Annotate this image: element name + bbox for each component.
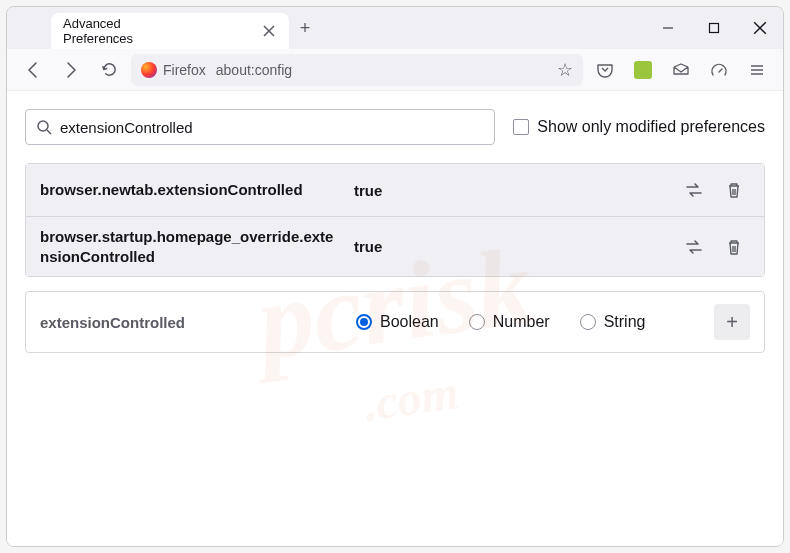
svg-rect-0 xyxy=(710,24,719,33)
pref-name: browser.newtab.extensionControlled xyxy=(40,180,340,200)
new-pref-name: extensionControlled xyxy=(40,314,340,331)
preferences-table: browser.newtab.extensionControlled true … xyxy=(25,163,765,277)
forward-button[interactable] xyxy=(55,54,87,86)
delete-button[interactable] xyxy=(718,231,750,263)
pref-actions xyxy=(678,174,750,206)
extension-icon[interactable] xyxy=(627,54,659,86)
new-pref-row: extensionControlled Boolean Number Strin… xyxy=(25,291,765,353)
pref-actions xyxy=(678,231,750,263)
radio-string[interactable]: String xyxy=(580,313,646,331)
window-controls xyxy=(645,7,783,49)
close-window-button[interactable] xyxy=(737,7,783,49)
pocket-icon[interactable] xyxy=(589,54,621,86)
show-modified-checkbox-label[interactable]: Show only modified preferences xyxy=(513,118,765,136)
radio-number[interactable]: Number xyxy=(469,313,550,331)
inbox-icon[interactable] xyxy=(665,54,697,86)
firefox-logo-icon xyxy=(141,62,157,78)
show-modified-checkbox[interactable] xyxy=(513,119,529,135)
search-row: Show only modified preferences xyxy=(25,109,765,145)
delete-button[interactable] xyxy=(718,174,750,206)
identity-box[interactable]: Firefox xyxy=(141,62,206,78)
minimize-button[interactable] xyxy=(645,7,691,49)
preference-search-box[interactable] xyxy=(25,109,495,145)
dashboard-icon[interactable] xyxy=(703,54,735,86)
preference-search-input[interactable] xyxy=(60,119,484,136)
checkbox-text: Show only modified preferences xyxy=(537,118,765,136)
pref-row: browser.newtab.extensionControlled true xyxy=(26,164,764,216)
tab-title: Advanced Preferences xyxy=(63,16,191,46)
new-tab-button[interactable]: + xyxy=(289,15,321,41)
toggle-button[interactable] xyxy=(678,174,710,206)
pref-value: true xyxy=(354,182,664,199)
type-radio-group: Boolean Number String xyxy=(356,313,698,331)
maximize-button[interactable] xyxy=(691,7,737,49)
tab-close-button[interactable] xyxy=(261,23,277,39)
pref-row: browser.startup.homepage_override.extens… xyxy=(26,216,764,276)
pref-name: browser.startup.homepage_override.extens… xyxy=(40,227,340,266)
navigation-toolbar: Firefox about:config ☆ xyxy=(7,49,783,91)
radio-boolean[interactable]: Boolean xyxy=(356,313,439,331)
bookmark-star-icon[interactable]: ☆ xyxy=(557,59,573,81)
url-text: about:config xyxy=(216,62,292,78)
radio-icon xyxy=(469,314,485,330)
reload-button[interactable] xyxy=(93,54,125,86)
search-icon xyxy=(36,119,52,135)
pref-value: true xyxy=(354,238,664,255)
svg-point-1 xyxy=(38,121,48,131)
radio-icon xyxy=(356,314,372,330)
browser-window: Advanced Preferences + Firefox about:con… xyxy=(6,6,784,547)
page-content: Show only modified preferences browser.n… xyxy=(7,91,783,546)
radio-icon xyxy=(580,314,596,330)
back-button[interactable] xyxy=(17,54,49,86)
toggle-button[interactable] xyxy=(678,231,710,263)
add-pref-button[interactable]: + xyxy=(714,304,750,340)
titlebar: Advanced Preferences + xyxy=(7,7,783,49)
url-bar[interactable]: Firefox about:config ☆ xyxy=(131,54,583,86)
identity-label: Firefox xyxy=(163,62,206,78)
active-tab[interactable]: Advanced Preferences xyxy=(51,13,289,49)
app-menu-button[interactable] xyxy=(741,54,773,86)
